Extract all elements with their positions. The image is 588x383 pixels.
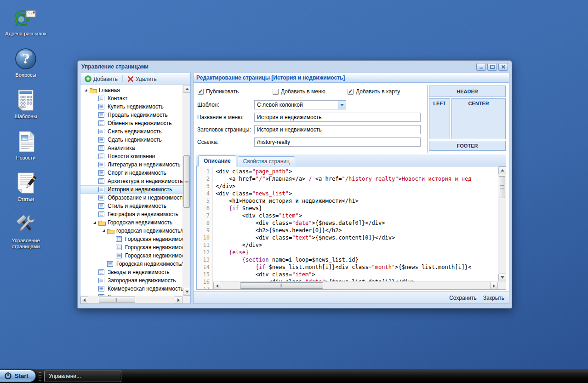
menu-name-input[interactable] — [254, 113, 421, 122]
tree-item-label: Городская недвижимость/кварт — [115, 261, 183, 267]
code-token: <div class= — [216, 190, 252, 197]
tree-item-label: Стиль и недвижимость — [106, 203, 166, 209]
scroll-left-button[interactable] — [213, 282, 221, 290]
chevron-down-icon — [340, 104, 344, 106]
tree-item[interactable]: Звезды и недвижимость — [80, 268, 183, 276]
tree-item[interactable]: Спорт и недвижимость — [80, 169, 183, 177]
arrow-right-icon — [177, 298, 180, 302]
tree-item[interactable]: Городская недвижимость — [80, 218, 183, 227]
save-button[interactable]: Сохранить — [449, 295, 477, 301]
arrow-up-icon — [501, 169, 504, 171]
combo-trigger[interactable] — [338, 100, 346, 109]
layout-center-cell: CENTER — [451, 98, 506, 139]
tree-vertical-scrollbar[interactable] — [183, 85, 190, 296]
scroll-track[interactable] — [183, 93, 190, 288]
scroll-down-button[interactable] — [498, 274, 506, 281]
desktop-icon-page-management[interactable]: Управление страницами — [4, 212, 48, 250]
tree-item[interactable]: Городская недвижимость/ко — [80, 235, 183, 243]
page-icon — [116, 236, 124, 242]
taskbar: Start Управлени... — [0, 369, 588, 383]
desktop-icon-templates[interactable]: Шаблоны — [4, 88, 48, 120]
delete-button[interactable]: Удалить — [126, 75, 158, 83]
desktop-icon-mail-addresses[interactable]: @Адреса рассылок — [4, 6, 48, 37]
checkbox-box-add-to-map[interactable] — [348, 89, 354, 95]
link-input[interactable] — [254, 137, 421, 147]
scroll-right-button[interactable] — [175, 296, 183, 303]
code-line: <h1>Новости история и недвижимости</h1> — [216, 197, 498, 205]
tree-item[interactable]: Архитектура и недвижимость — [80, 177, 183, 185]
scroll-track[interactable] — [221, 282, 490, 289]
tree-item[interactable]: Обменять недвижимость — [80, 119, 183, 127]
scroll-track[interactable] — [498, 174, 506, 274]
code-token: "news_list" — [252, 190, 288, 197]
page-title-input[interactable] — [254, 125, 421, 134]
taskbar-item-page-management[interactable]: Управлени... — [44, 371, 121, 382]
tree-item[interactable]: География и недвижимость — [80, 210, 183, 218]
scroll-down-button[interactable] — [183, 288, 190, 296]
tree-item-label: Загородная недвижимость — [106, 277, 176, 284]
field-row-menu-name: Название в меню: — [197, 113, 422, 122]
tree-item[interactable]: Снять недвижимость — [80, 127, 183, 136]
editor-horizontal-scrollbar[interactable] — [213, 281, 498, 289]
line-number: 12 — [197, 249, 210, 256]
tree-item[interactable]: Городская недвижимость/ко — [80, 252, 183, 260]
code-token: "/history-realty" — [342, 176, 399, 182]
tree-item[interactable]: Аналитика — [80, 144, 183, 152]
checkbox-box-add-to-menu[interactable] — [273, 89, 279, 95]
tree-item[interactable]: Загородная недвижимость — [80, 276, 183, 285]
desktop-icon-articles[interactable]: Статьи — [4, 171, 48, 202]
tree-item-label: Контакт — [106, 95, 127, 102]
tree-item[interactable]: Коммерческая недвижимость — [80, 285, 183, 293]
add-button[interactable]: Добавить — [83, 74, 119, 83]
expand-triangle[interactable] — [91, 221, 98, 224]
desktop-icon-news[interactable]: Новости — [4, 130, 48, 161]
page-icon — [98, 153, 106, 160]
start-button[interactable]: Start — [0, 370, 36, 382]
minimize-button[interactable] — [476, 63, 486, 71]
scroll-right-button[interactable] — [490, 282, 498, 290]
template-select-value[interactable]: С левой колонкой — [254, 100, 338, 109]
editor-vertical-scrollbar[interactable] — [498, 166, 506, 281]
scroll-thumb[interactable] — [499, 176, 505, 198]
scroll-track[interactable] — [88, 296, 175, 303]
line-number: 15 — [197, 271, 210, 278]
tab-page-properties[interactable]: Свойства страниц — [238, 156, 295, 166]
tree-item[interactable]: Купить недвижимость — [80, 103, 183, 111]
editor-code[interactable]: <div class="page_path"> <a href="/">Глав… — [213, 166, 498, 289]
page-icon — [98, 120, 106, 126]
scroll-thumb[interactable] — [240, 282, 323, 289]
tree-item[interactable]: Литература и недвижимость — [80, 160, 183, 169]
scroll-up-button[interactable] — [498, 166, 506, 174]
scroll-thumb[interactable] — [99, 297, 135, 303]
close-editor-button[interactable]: Закрыть — [483, 295, 504, 301]
desktop-icon-questions[interactable]: ?Вопросы — [4, 47, 48, 78]
tree-item-label: Продать недвижимость — [106, 112, 168, 118]
tree-item[interactable]: городская недвижимость/комна — [80, 227, 183, 235]
tree-item[interactable]: История и недвижимость — [80, 185, 183, 194]
code-token: > — [299, 212, 302, 219]
tree-item[interactable]: Сдать недвижимость — [80, 136, 183, 144]
tree-item[interactable]: Продать недвижимость — [80, 111, 183, 119]
tree-item[interactable]: Контакт — [80, 94, 183, 103]
scroll-left-button[interactable] — [80, 296, 88, 303]
editor-panel-body: ПубликоватьДобавить в менюДобавить в кар… — [194, 83, 509, 292]
scroll-up-button[interactable] — [183, 85, 190, 93]
tree-item[interactable]: Городская недвижимость/ко — [80, 243, 183, 252]
tree-horizontal-scrollbar[interactable] — [80, 296, 183, 303]
tree-item[interactable]: Стиль и недвижимость — [80, 202, 183, 210]
tab-description[interactable]: Описание — [198, 155, 236, 166]
maximize-button[interactable] — [487, 63, 497, 71]
tree-item[interactable]: Новости компании — [80, 152, 183, 160]
desktop-icon-label: Вопросы — [15, 72, 36, 78]
window-titlebar[interactable]: Управление страницами — [80, 61, 509, 73]
tree-item[interactable]: Образование и недвижимость — [80, 194, 183, 202]
expand-triangle[interactable] — [82, 89, 90, 91]
page-icon — [98, 269, 106, 275]
checkbox-box-publish[interactable] — [198, 89, 204, 95]
tree-item[interactable]: Городская недвижимость/кварт — [80, 260, 183, 268]
scroll-thumb[interactable] — [183, 155, 190, 208]
close-button[interactable] — [498, 63, 508, 71]
field-label-menu-name: Название в меню: — [197, 114, 254, 120]
expand-triangle[interactable] — [100, 229, 107, 232]
tree-item[interactable]: Главная — [80, 86, 183, 94]
